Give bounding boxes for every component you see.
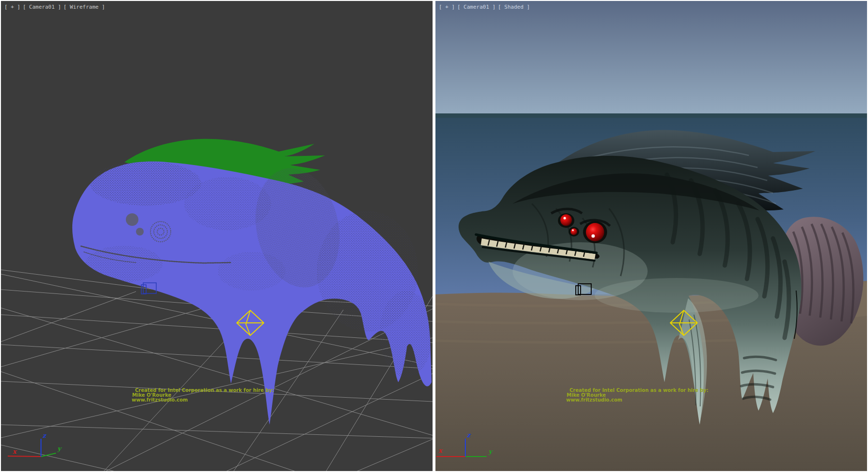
viewport-menu-right: [ + ] [ Camera01 ] [ Shaded ] [439,4,530,10]
viewport-expand-menu[interactable]: [ + ] [4,4,20,10]
viewport-camera-menu[interactable]: [ Camera01 ] [23,4,61,10]
axis-z-label: z [42,432,47,439]
viewport-camera-menu[interactable]: [ Camera01 ] [457,4,495,10]
shaded-scene: Created for Intel Corporation as a work … [435,1,867,471]
viewport-shading-menu[interactable]: [ Wireframe ] [64,4,105,10]
viewport-wireframe[interactable]: [ + ] [ Camera01 ] [ Wireframe ] [1,1,433,471]
axis-y-label: y [57,445,62,452]
viewport-expand-menu[interactable]: [ + ] [439,4,455,10]
svg-text:www.fritzstudio.com: www.fritzstudio.com [566,397,623,403]
horizon-band [435,113,867,118]
viewport-menu-left: [ + ] [ Camera01 ] [ Wireframe ] [4,4,105,10]
svg-text:www.fritzstudio.com: www.fritzstudio.com [132,397,188,403]
sky [435,1,867,114]
wireframe-scene: Created for Intel Corporation as a work … [1,1,433,471]
dual-viewport-frame: [ + ] [ Camera01 ] [ Wireframe ] [0,0,868,472]
viewport-shading-menu[interactable]: [ Shaded ] [498,4,530,10]
viewport-shaded[interactable]: [ + ] [ Camera01 ] [ Shaded ] [435,1,867,471]
axis-x-label: x [13,448,17,455]
watermark-left: Created for Intel Corporation as a work … [132,388,274,403]
